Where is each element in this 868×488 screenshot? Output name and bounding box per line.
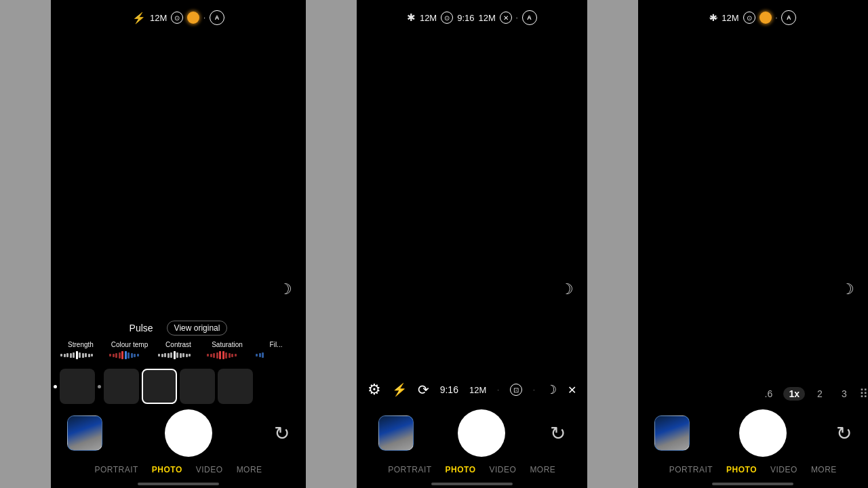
- auto-icon[interactable]: A: [210, 10, 224, 25]
- timer-icon[interactable]: ⊙: [171, 12, 183, 24]
- middle-bluetooth-icon: ✱: [407, 12, 416, 24]
- middle-settings-icon[interactable]: ⚙: [368, 381, 381, 399]
- right-bluetooth-icon: ✱: [709, 12, 717, 23]
- strip-dot-left: [54, 385, 57, 388]
- right-auto-icon[interactable]: A: [781, 10, 796, 25]
- right-panel: ✱ 12M ⊙ · A ☽ .6 1x 2 3 ⠿ ↻ PORTRAIT PHO…: [638, 0, 869, 488]
- filter-thumb-2[interactable]: [104, 369, 139, 404]
- saturation-track: [207, 351, 248, 359]
- filter-name-label: Pulse: [130, 323, 153, 333]
- filter-thumb-4[interactable]: [180, 369, 215, 404]
- middle-flash-icon[interactable]: ⚡: [392, 382, 407, 397]
- right-rotate-icon[interactable]: ↻: [836, 422, 852, 445]
- middle-viewfinder: [357, 35, 587, 375]
- right-mode-row: PORTRAIT PHOTO VIDEO MORE: [638, 462, 869, 479]
- right-timer-icon[interactable]: ⊙: [743, 12, 755, 24]
- left-mode-photo[interactable]: PHOTO: [152, 465, 182, 474]
- contrast-track: [158, 351, 199, 359]
- left-rotate-icon[interactable]: ↻: [274, 422, 290, 445]
- right-zoom-row: .6 1x 2 3 ⠿: [638, 384, 869, 404]
- colour-temp-slider[interactable]: Colour temp: [109, 341, 150, 359]
- contrast-slider[interactable]: Contrast: [158, 341, 199, 359]
- right-moon-icon[interactable]: ☽: [841, 281, 854, 298]
- middle-time-display: 9:16: [440, 384, 458, 395]
- right-home-indicator: [712, 483, 793, 485]
- left-moon-icon[interactable]: ☽: [279, 281, 292, 298]
- strength-track: [60, 351, 101, 359]
- middle-mode-portrait[interactable]: PORTRAIT: [388, 465, 431, 474]
- left-mode-portrait[interactable]: PORTRAIT: [94, 465, 138, 474]
- middle-shutter-row: ↻: [357, 404, 587, 462]
- middle-circle-x[interactable]: ✕: [500, 12, 512, 24]
- middle-mode-row: PORTRAIT PHOTO VIDEO MORE: [357, 462, 587, 479]
- filter-extra-track: [256, 351, 296, 359]
- filter-thumb-3-selected[interactable]: [142, 369, 177, 404]
- colour-temp-track: [109, 351, 150, 359]
- zoom-3-button[interactable]: 3: [835, 388, 854, 399]
- strength-slider[interactable]: Strength: [60, 341, 101, 359]
- left-mode-more[interactable]: MORE: [237, 465, 262, 474]
- middle-timer-icon[interactable]: ⊙: [441, 12, 453, 24]
- colour-temp-label: Colour temp: [111, 341, 148, 348]
- middle-time: 9:16: [457, 13, 474, 23]
- right-status-bar: ✱ 12M ⊙ · A: [638, 0, 869, 35]
- middle-shutter-button[interactable]: [458, 409, 505, 457]
- filter-thumb-1[interactable]: [60, 369, 95, 404]
- right-megapixels: 12M: [722, 13, 738, 23]
- middle-mode-photo[interactable]: PHOTO: [446, 465, 476, 474]
- filter-extra-label: Fil...: [270, 341, 283, 348]
- middle-moon-btn[interactable]: ☽: [546, 382, 557, 397]
- right-sun-icon[interactable]: [760, 12, 772, 24]
- right-mode-video[interactable]: VIDEO: [770, 465, 797, 474]
- middle-timer-btn[interactable]: ⟳: [418, 382, 429, 398]
- right-mode-portrait[interactable]: PORTRAIT: [669, 465, 713, 474]
- filter-thumbnail-strip: [51, 363, 306, 409]
- contrast-label: Contrast: [165, 341, 191, 348]
- middle-mode-video[interactable]: VIDEO: [490, 465, 517, 474]
- saturation-label: Saturation: [212, 341, 243, 348]
- strength-label: Strength: [68, 341, 94, 348]
- zoom-2-button[interactable]: 2: [810, 388, 829, 399]
- left-megapixels: 12M: [150, 13, 167, 23]
- filter-thumb-5[interactable]: [218, 369, 253, 404]
- left-status-bar: ⚡ 12M ⊙ · A: [51, 0, 306, 35]
- strip-dot-right: [98, 385, 101, 388]
- left-gallery-thumbnail[interactable]: [67, 415, 102, 451]
- middle-close-btn[interactable]: ✕: [568, 384, 576, 396]
- middle-auto-icon[interactable]: A: [522, 10, 537, 25]
- middle-mp: 12M: [479, 13, 496, 23]
- left-panel: ⚡ 12M ⊙ · A ☽ Pulse View original Streng…: [51, 0, 306, 488]
- middle-mode-more[interactable]: MORE: [530, 465, 555, 474]
- right-mode-photo[interactable]: PHOTO: [726, 465, 757, 474]
- view-original-button[interactable]: View original: [167, 321, 228, 336]
- middle-status-bar: ✱ 12M ⊙ 9:16 12M ✕ · A: [357, 0, 587, 35]
- middle-mp-display: 12M: [469, 385, 486, 395]
- middle-moon-icon[interactable]: ☽: [560, 281, 574, 298]
- left-home-indicator: [138, 483, 219, 485]
- saturation-slider[interactable]: Saturation: [207, 341, 248, 359]
- right-shutter-row: ↻: [638, 404, 869, 462]
- zoom-1x-button[interactable]: 1x: [783, 387, 805, 401]
- middle-gallery-thumbnail[interactable]: [378, 415, 414, 451]
- filter-name-row: Pulse View original: [58, 321, 299, 336]
- left-filter-bar: Pulse View original Strength Colour temp: [51, 315, 306, 363]
- left-mode-video[interactable]: VIDEO: [196, 465, 223, 474]
- right-viewfinder: [638, 35, 869, 384]
- status-dot-left: ·: [203, 14, 205, 22]
- grid-icon[interactable]: ⠿: [859, 386, 868, 401]
- middle-rotate-icon[interactable]: ↻: [550, 422, 566, 445]
- right-shutter-button[interactable]: [739, 409, 787, 457]
- left-viewfinder: [51, 35, 306, 315]
- left-shutter-row: ↻: [51, 409, 306, 462]
- middle-megapixels: 12M: [420, 13, 437, 23]
- right-mode-more[interactable]: MORE: [811, 465, 837, 474]
- filter-extra-slider[interactable]: Fil...: [256, 341, 296, 359]
- right-gallery-thumbnail[interactable]: [654, 415, 690, 451]
- middle-panel: ✱ 12M ⊙ 9:16 12M ✕ · A ☽ ⚙ ⚡ ⟳ 9:16 12M …: [357, 0, 587, 488]
- left-shutter-button[interactable]: [165, 409, 212, 457]
- zoom-06-button[interactable]: .6: [759, 388, 778, 399]
- sun-icon[interactable]: [187, 12, 199, 24]
- flash-icon: ⚡: [132, 12, 146, 24]
- left-mode-row: PORTRAIT PHOTO VIDEO MORE: [51, 462, 306, 479]
- middle-ratio-icon[interactable]: ⊡: [510, 384, 522, 396]
